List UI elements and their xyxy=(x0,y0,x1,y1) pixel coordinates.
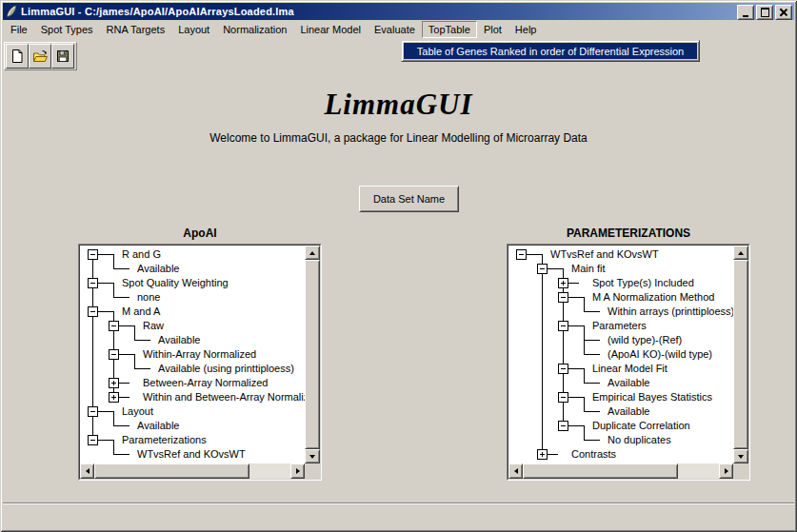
tree-expand-box[interactable] xyxy=(109,378,119,388)
tree-line xyxy=(92,390,93,404)
hscrollbar-thumb[interactable] xyxy=(523,463,678,479)
tree-node-label[interactable]: Empirical Bayes Statistics xyxy=(592,390,712,404)
tree-expand-box[interactable] xyxy=(558,278,568,288)
tree-collapse-box[interactable] xyxy=(558,392,568,403)
horizontal-scrollbar[interactable] xyxy=(80,463,305,479)
menu-rna-targets[interactable]: RNA Targets xyxy=(100,21,172,38)
tree-collapse-box[interactable] xyxy=(109,321,119,331)
vertical-scrollbar[interactable] xyxy=(305,246,320,463)
tree-node-label[interactable]: Within-Array Normalized xyxy=(143,347,256,362)
tree-collapse-box[interactable] xyxy=(88,278,98,288)
menu-item-table-of-genes[interactable]: Table of Genes Ranked in order of Differ… xyxy=(404,43,697,59)
tree-line xyxy=(113,254,114,262)
statusbar xyxy=(3,504,794,529)
tree-node-label[interactable]: Within arrays (printtiploess) o xyxy=(608,305,733,319)
tree-row: Available xyxy=(508,404,733,419)
scroll-up-button[interactable] xyxy=(305,246,320,260)
tree-row: Available xyxy=(80,333,305,347)
menu-file[interactable]: File xyxy=(4,21,34,38)
tree-node-label[interactable]: Linear Model Fit xyxy=(592,362,667,376)
tree-collapse-box[interactable] xyxy=(88,406,98,417)
close-button[interactable] xyxy=(775,5,792,20)
tree-node-label[interactable]: WTvsRef and KOvsWT xyxy=(550,247,659,262)
data-set-name-button[interactable]: Data Set Name xyxy=(359,186,459,212)
scroll-up-button[interactable] xyxy=(733,246,748,260)
tree-node-label[interactable]: none xyxy=(137,290,160,305)
tree-row: Between-Array Normalized xyxy=(80,376,305,390)
vscrollbar-thumb[interactable] xyxy=(305,260,320,449)
save-file-button[interactable] xyxy=(51,44,74,69)
tree-node-label[interactable]: Main fit xyxy=(571,262,605,276)
arrow-down-icon xyxy=(309,455,315,459)
tree-collapse-box[interactable] xyxy=(88,249,98,260)
tree-collapse-box[interactable] xyxy=(558,421,568,431)
tree-node-label[interactable]: (wild type)-(Ref) xyxy=(608,333,682,347)
maximize-button[interactable] xyxy=(756,5,773,20)
tree-node-label[interactable]: WTvsRef and KOvsWT xyxy=(137,447,246,462)
vscrollbar-thumb[interactable] xyxy=(733,260,748,449)
menu-layout[interactable]: Layout xyxy=(171,21,216,38)
tree-collapse-box[interactable] xyxy=(537,264,548,274)
tree-expand-box[interactable] xyxy=(537,449,548,460)
menu-plot[interactable]: Plot xyxy=(477,21,508,38)
scroll-left-button[interactable] xyxy=(80,463,94,479)
tree-line xyxy=(542,333,543,347)
scroll-right-button[interactable] xyxy=(290,463,305,479)
vertical-scrollbar[interactable] xyxy=(733,246,748,463)
menu-normalization[interactable]: Normalization xyxy=(216,21,293,38)
titlebar[interactable]: LimmaGUI - C:/james/ApoAI/ApoAIArraysLoa… xyxy=(3,3,794,20)
hscrollbar-thumb[interactable] xyxy=(94,463,249,479)
menu-toptable[interactable]: TopTable xyxy=(422,21,477,38)
menu-spot-types[interactable]: Spot Types xyxy=(34,21,100,38)
tree-node-label[interactable]: Raw xyxy=(143,319,164,333)
minimize-button[interactable] xyxy=(737,5,754,20)
tree-node-label[interactable]: Available xyxy=(608,376,649,390)
tree-viewport: R and GAvailableSpot Quality Weightingno… xyxy=(80,246,305,463)
tree-node-label[interactable]: Available xyxy=(158,333,200,347)
tree-line xyxy=(584,340,600,341)
tree-collapse-box[interactable] xyxy=(109,349,119,360)
tree-node-label[interactable]: Layout xyxy=(122,404,153,419)
tree-node-label[interactable]: Within and Between-Array Normalized xyxy=(143,390,305,404)
menu-linear-model[interactable]: Linear Model xyxy=(293,21,368,38)
tree-node-label[interactable]: Spot Type(s) Included xyxy=(592,276,694,290)
tree-line xyxy=(542,390,543,404)
tree-collapse-box[interactable] xyxy=(516,249,527,260)
tree-node-label[interactable]: Between-Array Normalized xyxy=(143,376,268,390)
scroll-right-button[interactable] xyxy=(719,463,733,479)
new-file-button[interactable] xyxy=(6,44,29,69)
tree-node-label[interactable]: Parameters xyxy=(592,319,647,333)
scroll-down-button[interactable] xyxy=(305,449,320,463)
menu-help[interactable]: Help xyxy=(508,21,544,38)
tree-collapse-box[interactable] xyxy=(88,306,98,317)
open-file-button[interactable] xyxy=(29,44,51,69)
tree-node-label[interactable]: M A Normalization Method xyxy=(592,290,714,305)
tree-collapse-box[interactable] xyxy=(88,435,98,445)
tree-node-label[interactable]: M and A xyxy=(122,305,160,319)
tree-node-label[interactable]: Available xyxy=(137,419,179,433)
tree-node-label[interactable]: Spot Quality Weighting xyxy=(122,276,229,290)
tree-node-label[interactable]: R and G xyxy=(122,247,161,262)
tree-expand-box[interactable] xyxy=(109,392,119,403)
menubar: FileSpot TypesRNA TargetsLayoutNormaliza… xyxy=(3,20,794,38)
tree-line xyxy=(563,376,564,390)
scroll-down-button[interactable] xyxy=(733,449,748,463)
tree-node-label[interactable]: Available xyxy=(137,262,179,276)
tree-node-label[interactable]: Contrasts xyxy=(571,447,616,462)
tree-collapse-box[interactable] xyxy=(558,364,568,374)
tree-row: Available xyxy=(80,262,305,276)
tree-node-label[interactable]: Available (using printtiploess) xyxy=(158,362,294,376)
tree-row: WTvsRef and KOvsWT xyxy=(508,247,733,262)
tree-node-label[interactable]: (ApoAI KO)-(wild type) xyxy=(608,347,712,362)
tree-node-label[interactable]: Duplicate Correlation xyxy=(592,419,690,433)
scroll-left-button[interactable] xyxy=(508,463,523,479)
tree-node-label[interactable]: Available xyxy=(608,404,649,419)
tree-node-label[interactable]: Parameterizations xyxy=(122,433,207,447)
tree-collapse-box[interactable] xyxy=(558,321,568,331)
feather-app-icon xyxy=(5,5,18,18)
tree-node-label[interactable]: No duplicates xyxy=(608,433,671,447)
horizontal-scrollbar[interactable] xyxy=(508,463,733,479)
toptable-dropdown-menu: Table of Genes Ranked in order of Differ… xyxy=(401,40,700,62)
menu-evaluate[interactable]: Evaluate xyxy=(368,21,422,38)
tree-collapse-box[interactable] xyxy=(558,292,568,303)
